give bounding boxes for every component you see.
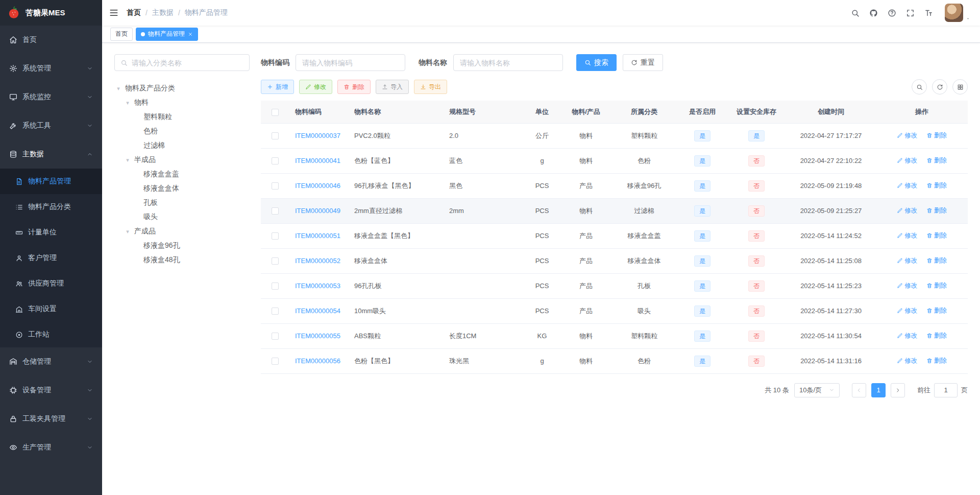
delete-row-button[interactable]: 删除 [926,307,947,315]
material-code-link[interactable]: ITEM00000054 [295,307,340,315]
sidebar-toggle-button[interactable] [109,8,118,17]
breadcrumb-item[interactable]: 首页 [127,8,141,17]
sidebar-item-customer-management[interactable]: 客户管理 [0,245,102,271]
delete-row-button[interactable]: 删除 [926,281,947,290]
select-all-checkbox[interactable] [272,109,279,116]
tree-node[interactable]: 塑料颗粒 [114,110,250,124]
row-checkbox[interactable] [272,157,279,164]
page-1-button[interactable]: 1 [871,383,886,397]
tree-caret-icon[interactable]: ▾ [124,100,132,106]
row-checkbox[interactable] [272,282,279,290]
sidebar-item-system-tools[interactable]: 系统工具 [0,111,102,140]
tab-home[interactable]: 首页 [110,28,133,41]
edit-row-button[interactable]: 修改 [897,256,917,265]
edit-row-button[interactable]: 修改 [897,357,917,365]
sidebar-item-supplier-management[interactable]: 供应商管理 [0,271,102,296]
app-logo[interactable]: 苦糖果MES [0,0,102,26]
material-code-link[interactable]: ITEM00000051 [295,232,340,240]
row-checkbox[interactable] [272,308,279,315]
row-checkbox[interactable] [272,132,279,139]
tree-node[interactable]: 移液盒盒体 [114,181,250,196]
tree-node[interactable]: 孔板 [114,196,250,210]
user-menu[interactable] [945,4,971,22]
delete-row-button[interactable]: 删除 [926,156,947,165]
material-name-input[interactable] [453,54,563,71]
delete-row-button[interactable]: 删除 [926,357,947,365]
tree-node[interactable]: 吸头 [114,210,250,224]
navbar-fullscreen-button[interactable] [906,9,915,17]
row-checkbox[interactable] [272,232,279,240]
category-search-input[interactable] [132,59,243,67]
material-code-link[interactable]: ITEM00000049 [295,207,340,215]
edit-button[interactable]: 修改 [299,80,332,94]
page-size-select[interactable]: 10条/页 [794,383,840,397]
tab-material-product-management[interactable]: 物料产品管理 [136,28,198,41]
next-page-button[interactable] [891,383,905,397]
toggle-search-button[interactable] [912,79,927,95]
tree-node[interactable]: ▾ 物料及产品分类 [114,81,250,96]
row-checkbox[interactable] [272,333,279,340]
sidebar-item-material-product-category[interactable]: 物料产品分类 [0,194,102,220]
delete-button[interactable]: 删除 [337,80,371,94]
sidebar-item-system-monitor[interactable]: 系统监控 [0,83,102,111]
edit-row-button[interactable]: 修改 [897,281,917,290]
sidebar-item-workshop-settings[interactable]: 车间设置 [0,296,102,322]
sidebar-item-material-product-management[interactable]: 物料产品管理 [0,169,102,194]
sidebar-item-home[interactable]: 首页 [0,26,102,54]
sidebar-item-warehouse-management[interactable]: 仓储管理 [0,347,102,376]
add-button[interactable]: 新增 [261,80,294,94]
refresh-button[interactable] [932,79,947,95]
jump-page-input[interactable] [934,383,958,397]
material-code-link[interactable]: ITEM00000052 [295,257,340,265]
material-code-input[interactable] [296,54,405,71]
row-checkbox[interactable] [272,182,279,190]
reset-button[interactable]: 重置 [623,54,663,71]
navbar-font-size-button[interactable] [924,9,933,17]
tree-node[interactable]: ▾ 物料 [114,96,250,110]
tree-node[interactable]: ▾ 产成品 [114,224,250,239]
close-icon[interactable] [188,32,193,37]
sidebar-item-measurement-unit[interactable]: 计量单位 [0,220,102,245]
tree-caret-icon[interactable]: ▾ [114,85,122,92]
navbar-search-button[interactable] [851,9,860,17]
edit-row-button[interactable]: 修改 [897,156,917,165]
delete-row-button[interactable]: 删除 [926,256,947,265]
edit-row-button[interactable]: 修改 [897,206,917,215]
sidebar-item-fixture-management[interactable]: 工装夹具管理 [0,405,102,433]
material-code-link[interactable]: ITEM00000046 [295,182,340,190]
edit-row-button[interactable]: 修改 [897,307,917,315]
tree-node[interactable]: 移液盒48孔 [114,253,250,267]
tree-node[interactable]: ▾ 半成品 [114,153,250,167]
row-checkbox[interactable] [272,207,279,215]
row-checkbox[interactable] [272,257,279,265]
delete-row-button[interactable]: 删除 [926,131,947,140]
edit-row-button[interactable]: 修改 [897,181,917,190]
navbar-github-button[interactable] [869,9,878,17]
tree-node[interactable]: 色粉 [114,124,250,138]
tree-node[interactable]: 移液盒盒盖 [114,167,250,181]
export-button[interactable]: 导出 [414,80,447,94]
sidebar-item-master-data[interactable]: 主数据 [0,140,102,169]
tree-caret-icon[interactable]: ▾ [124,157,132,163]
delete-row-button[interactable]: 删除 [926,206,947,215]
avatar[interactable] [945,4,963,22]
material-code-link[interactable]: ITEM00000056 [295,357,340,365]
delete-row-button[interactable]: 删除 [926,332,947,340]
tree-node[interactable]: 移液盒96孔 [114,239,250,253]
tree-node[interactable]: 过滤棉 [114,138,250,153]
edit-row-button[interactable]: 修改 [897,332,917,340]
material-code-link[interactable]: ITEM00000053 [295,282,340,290]
sidebar-item-equipment-management[interactable]: 设备管理 [0,376,102,405]
sidebar-item-system-management[interactable]: 系统管理 [0,54,102,83]
columns-button[interactable] [952,79,968,95]
sidebar-item-workstation[interactable]: 工作站 [0,322,102,347]
tree-caret-icon[interactable]: ▾ [124,228,132,235]
material-code-link[interactable]: ITEM00000037 [295,132,340,139]
edit-row-button[interactable]: 修改 [897,131,917,140]
sidebar-item-production-management[interactable]: 生产管理 [0,433,102,462]
row-checkbox[interactable] [272,358,279,365]
prev-page-button[interactable] [852,383,866,397]
search-button[interactable]: 搜索 [576,54,617,71]
material-code-link[interactable]: ITEM00000041 [295,157,340,164]
edit-row-button[interactable]: 修改 [897,231,917,240]
